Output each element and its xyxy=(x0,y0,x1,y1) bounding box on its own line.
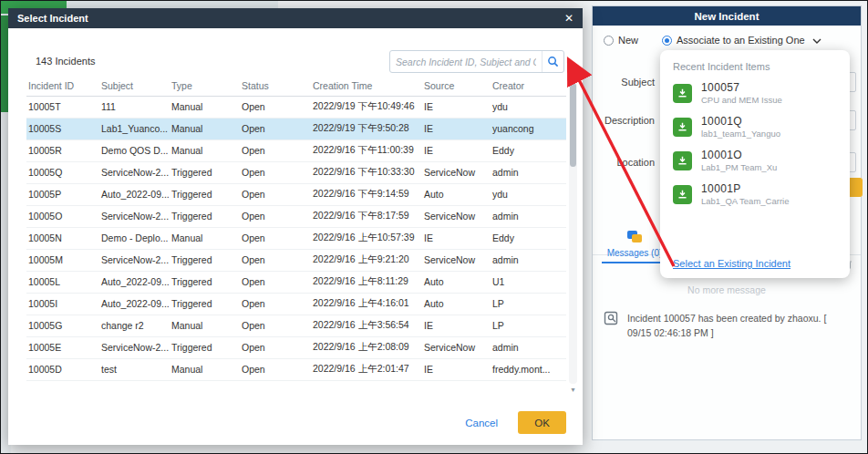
search-icon[interactable] xyxy=(542,51,563,72)
table-cell: Manual xyxy=(170,227,240,249)
table-cell: Auto xyxy=(422,293,491,315)
table-cell: Manual xyxy=(170,139,240,161)
modal-title-bar: Select Incident ✕ xyxy=(8,8,583,28)
table-row[interactable]: 10005NDemo - Deplo...ManualOpen2022/9/16… xyxy=(26,227,566,249)
table-cell: 10005O xyxy=(26,205,99,227)
table-cell: Open xyxy=(240,271,311,293)
table-cell: Auto_2022-09... xyxy=(99,271,170,293)
close-icon[interactable]: ✕ xyxy=(564,12,574,25)
table-cell: 2022/9/16 上午10:57:39 xyxy=(311,227,422,249)
incident-icon xyxy=(673,84,692,103)
column-header: Creator xyxy=(491,76,566,96)
table-cell: ydu xyxy=(491,96,566,118)
table-cell: Auto_2022-09... xyxy=(99,293,170,315)
table-row[interactable]: 10005OServiceNow-2...TriggeredOpen2022/9… xyxy=(26,205,566,227)
table-row[interactable]: 10005LAuto_2022-09...TriggeredOpen2022/9… xyxy=(26,271,566,293)
incident-name: Lab1_QA Team_Carrie xyxy=(701,196,789,206)
incident-name: lab1_team1_Yanguo xyxy=(701,129,780,139)
incident-icon xyxy=(673,151,692,170)
table-cell: freddy.mont... xyxy=(491,358,566,380)
table-cell: ServiceNow-2... xyxy=(99,336,170,358)
table-cell: 10005M xyxy=(26,249,99,271)
radio-existing-dot[interactable] xyxy=(662,36,672,46)
table-row[interactable]: 10005EServiceNow-2...TriggeredOpen2022/9… xyxy=(26,336,566,358)
incident-count-label: 143 Incidents xyxy=(36,56,95,67)
table-row[interactable]: 10005DtestManualOpen2022/9/16 上午2:01:47I… xyxy=(26,358,566,380)
table-cell: Triggered xyxy=(170,271,240,293)
scrollbar-thumb[interactable] xyxy=(570,83,576,167)
tab-messages[interactable]: Messages (0) xyxy=(602,230,667,263)
table-row[interactable]: 10005Gchange r2ManualOpen2022/9/16 上午3:5… xyxy=(26,315,566,336)
select-incident-modal: Select Incident ✕ 143 Incidents Incident… xyxy=(8,8,583,445)
table-cell: Open xyxy=(240,205,311,227)
table-cell: 10005Q xyxy=(26,161,99,183)
incident-name: Lab1_PM Team_Xu xyxy=(701,162,777,172)
table-cell: Auto_2022-09... xyxy=(99,183,170,205)
table-cell: 2022/9/16 上午2:08:09 xyxy=(311,336,422,358)
recent-incident-item[interactable]: 100057CPU and MEM Issue xyxy=(673,81,837,105)
table-cell: IE xyxy=(422,118,491,139)
radio-new[interactable]: New xyxy=(604,35,638,46)
table-cell: IE xyxy=(422,227,491,249)
table-cell: Manual xyxy=(170,96,240,118)
select-existing-incident-link[interactable]: Select an Existing Incident xyxy=(673,258,790,269)
radio-existing-label: Associate to an Existing One xyxy=(677,35,805,46)
table-cell: IE xyxy=(422,96,491,118)
recent-incidents-dropdown: Recent Incident Items 100057CPU and MEM … xyxy=(660,50,850,278)
cancel-button[interactable]: Cancel xyxy=(465,418,498,428)
radio-new-dot[interactable] xyxy=(604,36,614,46)
table-cell: 10005P xyxy=(26,183,99,205)
table-row[interactable]: 10005IAuto_2022-09...TriggeredOpen2022/9… xyxy=(26,293,566,315)
incident-id: 10001Q xyxy=(701,115,780,128)
table-cell: 2022/9/19 下午9:50:28 xyxy=(311,118,422,139)
scrollbar-down-arrow[interactable]: ▼ xyxy=(569,386,577,395)
table-cell: change r2 xyxy=(99,315,170,336)
table-cell: Open xyxy=(240,118,311,139)
table-row[interactable]: 10005SLab1_Yuanco...ManualOpen2022/9/19 … xyxy=(26,118,566,139)
table-row[interactable]: 10005PAuto_2022-09...TriggeredOpen2022/9… xyxy=(26,183,566,205)
table-cell: 111 xyxy=(99,96,170,118)
table-cell: Demo QOS D... xyxy=(99,139,170,161)
table-row[interactable]: 10005T111ManualOpen2022/9/19 下午10:49:46I… xyxy=(26,96,566,118)
incident-table-body: 10005T111ManualOpen2022/9/19 下午10:49:46I… xyxy=(26,96,566,380)
recent-incident-item[interactable]: 10001OLab1_PM Team_Xu xyxy=(673,149,837,172)
dropdown-title: Recent Incident Items xyxy=(673,61,837,72)
table-cell: Lab1_Yuanco... xyxy=(99,118,170,139)
table-cell: Triggered xyxy=(170,161,240,183)
modal-footer: Cancel OK xyxy=(465,411,566,434)
message-item: Incident 100057 has been created by zhao… xyxy=(604,311,852,341)
table-cell: ServiceNow xyxy=(422,336,491,358)
recent-incident-item[interactable]: 10001PLab1_QA Team_Carrie xyxy=(673,182,837,206)
table-scrollbar[interactable]: ▼ xyxy=(569,77,577,384)
table-cell: 10005R xyxy=(26,139,99,161)
table-cell: Open xyxy=(240,249,311,271)
table-cell: 2022/9/16 下午8:17:59 xyxy=(311,205,422,227)
table-cell: 10005S xyxy=(26,118,99,139)
radio-associate-existing[interactable]: Associate to an Existing One xyxy=(662,35,822,46)
chevron-down-icon[interactable] xyxy=(812,35,822,46)
table-cell: Open xyxy=(240,358,311,380)
table-cell: Auto xyxy=(422,271,491,293)
table-cell: Triggered xyxy=(170,205,240,227)
table-cell: admin xyxy=(491,249,566,271)
table-row[interactable]: 10005QServiceNow-2...TriggeredOpen2022/9… xyxy=(26,161,566,183)
incident-search xyxy=(389,50,564,73)
table-cell: U1 xyxy=(491,271,566,293)
radio-new-label: New xyxy=(618,35,638,46)
table-cell: 10005L xyxy=(26,271,99,293)
messages-icon xyxy=(627,231,642,242)
table-cell: 2022/9/16 上午8:11:29 xyxy=(311,271,422,293)
table-cell: 2022/9/16 上午4:16:01 xyxy=(311,293,422,315)
table-cell: 10005D xyxy=(26,358,99,380)
search-input[interactable] xyxy=(390,57,542,67)
table-row[interactable]: 10005RDemo QOS D...ManualOpen2022/9/16 下… xyxy=(26,139,566,161)
field-label: Location xyxy=(600,157,655,168)
ok-button[interactable]: OK xyxy=(518,411,566,434)
table-row[interactable]: 10005MServiceNow-2...TriggeredOpen2022/9… xyxy=(26,249,566,271)
table-cell: Open xyxy=(240,139,311,161)
table-cell: IE xyxy=(422,315,491,336)
no-more-message-label: No more message xyxy=(593,284,861,295)
incident-id: 100057 xyxy=(701,81,782,94)
recent-incident-item[interactable]: 10001Qlab1_team1_Yanguo xyxy=(673,115,837,139)
field-label: Description xyxy=(600,115,655,126)
